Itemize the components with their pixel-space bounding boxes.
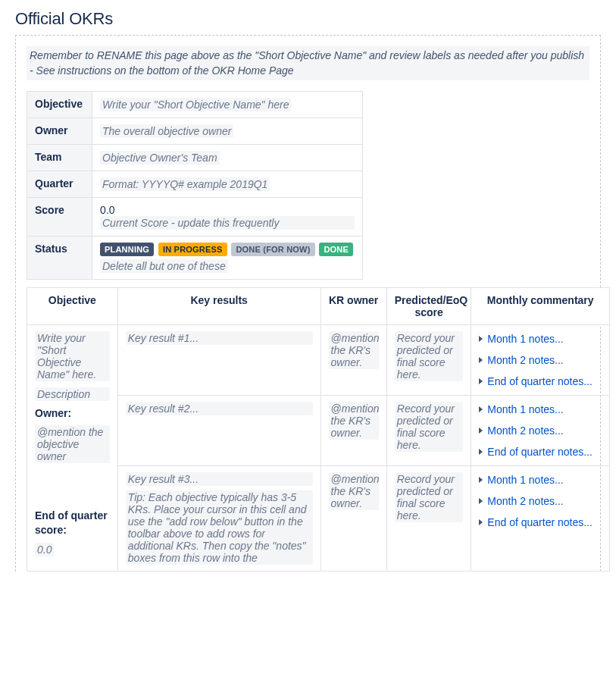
status-chip-done[interactable]: DONE <box>319 243 353 256</box>
kr-score-placeholder: Record your predicted or final score her… <box>395 402 464 452</box>
chevron-right-icon[interactable] <box>479 498 483 504</box>
meta-value-objective[interactable]: Write your "Short Objective Name" here <box>92 91 363 117</box>
month1-notes-link[interactable]: Month 1 notes... <box>487 474 563 486</box>
meta-label-objective: Objective <box>27 91 92 117</box>
eoq-score-placeholder: 0.0 <box>35 543 54 556</box>
meta-label-quarter: Quarter <box>27 171 92 197</box>
objective-owner-placeholder: @mention the objective owner <box>35 425 110 463</box>
commentary-cell[interactable]: Month 1 notes... Month 2 notes... End of… <box>471 395 610 465</box>
col-header-objective: Objective <box>27 287 118 324</box>
placeholder: The overall objective owner <box>100 124 233 138</box>
month2-notes-link[interactable]: Month 2 notes... <box>487 424 563 437</box>
score-value: 0.0 <box>100 204 114 216</box>
meta-label-score: Score <box>27 197 92 236</box>
kr-score-cell[interactable]: Record your predicted or final score her… <box>386 465 471 571</box>
meta-value-score[interactable]: 0.0 Current Score - update this frequent… <box>92 197 363 236</box>
kr-score-cell[interactable]: Record your predicted or final score her… <box>386 395 471 465</box>
meta-label-team: Team <box>27 144 92 171</box>
kr-tip-placeholder: Tip: Each objective typically has 3-5 KR… <box>126 490 313 565</box>
page-title: Official OKRs <box>15 9 601 29</box>
kr-score-placeholder: Record your predicted or final score her… <box>395 472 464 522</box>
kr-score-placeholder: Record your predicted or final score her… <box>395 331 464 381</box>
chevron-right-icon[interactable] <box>479 477 483 483</box>
status-chip-done-for-now[interactable]: DONE (FOR NOW) <box>231 243 314 256</box>
eoq-score-label: End of quarter score: <box>35 509 110 538</box>
status-chip-in-progress[interactable]: IN PROGRESS <box>158 243 227 256</box>
objective-description-placeholder: Description <box>35 387 110 401</box>
meta-label-owner: Owner <box>27 117 92 144</box>
rename-reminder-banner: Remember to RENAME this page above as th… <box>27 46 589 80</box>
col-header-kr-owner: KR owner <box>321 287 386 324</box>
eoq-notes-link[interactable]: End of quarter notes... <box>487 446 593 458</box>
chevron-right-icon[interactable] <box>479 406 483 412</box>
meta-value-team[interactable]: Objective Owner's Team <box>92 144 363 171</box>
commentary-cell[interactable]: Month 1 notes... Month 2 notes... End of… <box>471 465 610 571</box>
okr-meta-table: Objective Write your "Short Objective Na… <box>27 91 363 280</box>
kr-cell[interactable]: Key result #3... Tip: Each objective typ… <box>117 465 321 571</box>
kr-owner-cell[interactable]: @mention the KR's owner. <box>321 465 386 571</box>
kr-owner-cell[interactable]: @mention the KR's owner. <box>321 324 386 395</box>
okr-panel: Remember to RENAME this page above as th… <box>15 35 601 572</box>
month2-notes-link[interactable]: Month 2 notes... <box>487 495 563 507</box>
meta-value-quarter[interactable]: Format: YYYYQ# example 2019Q1 <box>92 171 363 197</box>
owner-label: Owner: <box>35 407 110 419</box>
eoq-notes-link[interactable]: End of quarter notes... <box>487 375 593 387</box>
table-row: Write your "Short Objective Name" here. … <box>27 324 610 395</box>
month1-notes-link[interactable]: Month 1 notes... <box>487 403 563 415</box>
kr-owner-placeholder: @mention the KR's owner. <box>329 472 379 510</box>
placeholder: Write your "Short Objective Name" here <box>100 98 291 111</box>
kr-cell[interactable]: Key result #1... <box>117 324 321 395</box>
kr-cell[interactable]: Key result #2... <box>117 395 321 465</box>
month2-notes-link[interactable]: Month 2 notes... <box>487 354 563 366</box>
col-header-score: Predicted/EoQ score <box>386 287 471 324</box>
col-header-commentary: Monthly commentary <box>471 287 610 324</box>
kr-owner-placeholder: @mention the KR's owner. <box>329 402 379 440</box>
kr-owner-placeholder: @mention the KR's owner. <box>329 331 379 369</box>
placeholder: Objective Owner's Team <box>100 151 220 164</box>
kr-owner-cell[interactable]: @mention the KR's owner. <box>321 395 386 465</box>
chevron-right-icon[interactable] <box>479 449 483 455</box>
eoq-notes-link[interactable]: End of quarter notes... <box>487 516 593 528</box>
month1-notes-link[interactable]: Month 1 notes... <box>487 333 563 345</box>
okr-detail-table: Objective Key results KR owner Predicted… <box>27 287 610 572</box>
chevron-right-icon[interactable] <box>479 357 483 363</box>
placeholder: Format: YYYYQ# example 2019Q1 <box>100 177 270 191</box>
chevron-right-icon[interactable] <box>479 336 483 342</box>
meta-value-owner[interactable]: The overall objective owner <box>92 117 363 144</box>
meta-label-status: Status <box>27 236 92 279</box>
objective-cell[interactable]: Write your "Short Objective Name" here. … <box>27 324 118 571</box>
status-chip-planning[interactable]: PLANNING <box>100 243 154 256</box>
col-header-key-results: Key results <box>117 287 321 324</box>
meta-value-status[interactable]: PLANNING IN PROGRESS DONE (FOR NOW) DONE… <box>92 236 363 279</box>
kr-placeholder: Key result #1... <box>126 331 313 345</box>
commentary-cell[interactable]: Month 1 notes... Month 2 notes... End of… <box>471 324 610 395</box>
kr-placeholder: Key result #3... <box>126 472 313 486</box>
objective-name-placeholder: Write your "Short Objective Name" here. <box>35 331 110 381</box>
chevron-right-icon[interactable] <box>479 378 483 384</box>
chevron-right-icon[interactable] <box>479 519 483 525</box>
kr-score-cell[interactable]: Record your predicted or final score her… <box>386 324 471 395</box>
kr-placeholder: Key result #2... <box>126 402 313 415</box>
status-delete-hint: Delete all but one of these <box>100 259 228 273</box>
placeholder: Current Score - update this frequently <box>100 216 355 230</box>
chevron-right-icon[interactable] <box>479 428 483 434</box>
